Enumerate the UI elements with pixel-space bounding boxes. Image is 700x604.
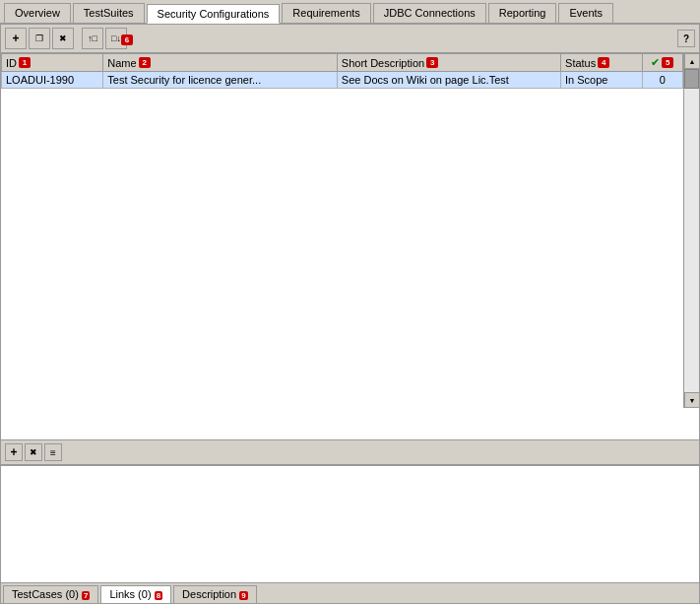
- badge-2: 2: [139, 57, 151, 68]
- check-icon: ✔: [651, 56, 660, 69]
- scroll-thumb[interactable]: [684, 69, 699, 89]
- badge-6: 6: [121, 34, 133, 45]
- delete-icon: ✖: [59, 34, 67, 43]
- lower-content-area: [1, 466, 699, 582]
- tab-testcases[interactable]: TestCases (0) 7: [3, 585, 98, 603]
- table-wrapper: ID 1 Name 2: [1, 53, 699, 408]
- move-down-icon: □↓: [111, 34, 121, 43]
- bottom-lines-icon: ≡: [50, 447, 56, 458]
- lower-panel: TestCases (0) 7 Links (0) 8 Description …: [1, 465, 699, 603]
- tab-reporting[interactable]: Reporting: [488, 3, 557, 23]
- tab-overview[interactable]: Overview: [4, 3, 71, 23]
- delete-button[interactable]: ✖: [52, 28, 74, 49]
- bottom-add-button[interactable]: +: [5, 443, 23, 461]
- badge-5: 5: [662, 57, 673, 68]
- col-header-num: ✔ 5: [642, 54, 682, 72]
- main-toolbar: + ❐ ✖ ↑□ □↓ 6 ?: [1, 25, 699, 53]
- tab-events[interactable]: Events: [558, 3, 613, 23]
- bottom-delete-icon: ✖: [30, 447, 37, 457]
- help-button[interactable]: ?: [677, 30, 695, 47]
- bottom-lines-button[interactable]: ≡: [44, 443, 62, 461]
- bottom-toolbar: + ✖ ≡: [1, 439, 699, 465]
- cell-short-desc: See Docs on Wiki on page Lic.Test: [337, 72, 560, 89]
- col-id-label: ID: [6, 57, 17, 69]
- cell-id: LOADUI-1990: [2, 72, 103, 89]
- badge-4: 4: [598, 57, 609, 68]
- scroll-up-button[interactable]: ▲: [684, 53, 699, 69]
- badge-8: 8: [155, 591, 162, 600]
- tab-testsuites[interactable]: TestSuites: [73, 3, 145, 23]
- badge-1: 1: [19, 57, 31, 68]
- add-icon: +: [12, 33, 19, 44]
- cell-name: Test Security for licence gener...: [103, 72, 338, 89]
- col-header-desc: Short Description 3: [337, 54, 560, 72]
- table-scrollbar[interactable]: ▲ ▼: [683, 53, 699, 408]
- move-up-icon: ↑□: [88, 34, 97, 43]
- tab-description-label: Description: [182, 588, 236, 600]
- badge-3: 3: [426, 57, 438, 68]
- tab-security-configurations[interactable]: Security Configurations: [147, 4, 281, 24]
- col-header-name: Name 2: [103, 54, 338, 72]
- badge-7: 7: [82, 591, 90, 600]
- tab-links-label: Links (0): [109, 588, 151, 600]
- tab-jdbc-connections[interactable]: JDBC Connections: [373, 3, 486, 23]
- col-desc-label: Short Description: [342, 57, 424, 69]
- bottom-delete-button[interactable]: ✖: [25, 443, 42, 461]
- empty-area: [1, 408, 699, 439]
- tab-description[interactable]: Description 9: [173, 585, 257, 603]
- tab-testcases-label: TestCases (0): [12, 588, 79, 600]
- cell-num: 0: [642, 72, 682, 89]
- bottom-add-icon: +: [10, 445, 17, 459]
- top-tab-bar: Overview TestSuites Security Configurati…: [0, 0, 700, 24]
- badge-9: 9: [239, 591, 247, 600]
- tab-links[interactable]: Links (0) 8: [100, 585, 171, 603]
- scroll-track[interactable]: [684, 69, 699, 392]
- col-header-id: ID 1: [2, 54, 103, 72]
- col-name-label: Name: [107, 57, 136, 69]
- bottom-tab-bar: TestCases (0) 7 Links (0) 8 Description …: [1, 582, 699, 603]
- table-scroll-area[interactable]: ID 1 Name 2: [1, 53, 683, 408]
- move-up-button[interactable]: ↑□: [82, 28, 103, 49]
- main-table: ID 1 Name 2: [1, 53, 683, 89]
- add-button[interactable]: +: [5, 28, 27, 49]
- tab-requirements[interactable]: Requirements: [282, 3, 370, 23]
- scroll-down-button[interactable]: ▼: [684, 392, 699, 408]
- cell-status: In Scope: [561, 72, 643, 89]
- help-icon: ?: [683, 34, 689, 44]
- copy-icon: ❐: [35, 34, 43, 43]
- col-header-status: Status 4: [561, 54, 643, 72]
- copy-button[interactable]: ❐: [29, 28, 50, 49]
- table-row[interactable]: LOADUI-1990 Test Security for licence ge…: [2, 72, 683, 89]
- col-status-label: Status: [565, 57, 596, 69]
